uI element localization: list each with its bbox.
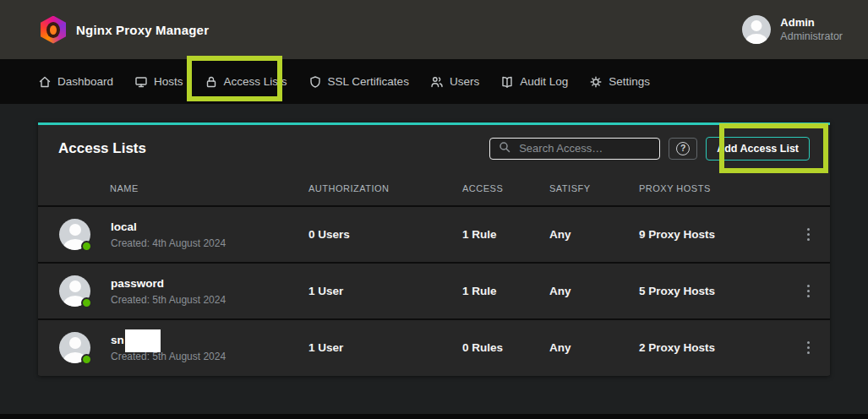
column-header-authorization: AUTHORIZATION — [308, 183, 462, 193]
satisfy-value: Any — [549, 228, 639, 241]
bottom-edge-strip — [0, 414, 868, 419]
satisfy-value: Any — [549, 341, 639, 354]
gear-icon — [589, 75, 603, 89]
monitor-icon — [134, 75, 148, 89]
card-header: Access Lists Add Access List — [38, 125, 830, 171]
authorization-value: 1 User — [308, 341, 462, 354]
book-icon — [500, 75, 514, 89]
table-header-row: NAME AUTHORIZATION ACCESS SATISFY PROXY … — [38, 171, 830, 205]
authorization-value: 1 User — [308, 285, 462, 297]
access-value: 1 Rule — [462, 285, 549, 297]
avatar — [59, 275, 90, 307]
access-list-name: local — [111, 220, 137, 235]
avatar — [59, 332, 90, 363]
shield-icon — [308, 75, 322, 89]
help-icon — [676, 142, 690, 155]
home-icon — [38, 75, 52, 89]
app-header: Nginx Proxy Manager Admin Administrator — [0, 0, 868, 59]
nav-label: Audit Log — [520, 75, 568, 88]
users-icon — [430, 75, 444, 89]
proxy-hosts-value: 5 Proxy Hosts — [639, 285, 786, 297]
user-role: Administrator — [780, 30, 843, 44]
nav-label: Hosts — [154, 75, 183, 88]
app-title: Nginx Proxy Manager — [76, 23, 209, 37]
online-status-dot — [81, 241, 92, 252]
column-header-proxy-hosts: PROXY HOSTS — [639, 183, 786, 193]
online-status-dot — [81, 354, 92, 365]
access-list-name: password — [111, 276, 164, 291]
table-row[interactable]: local Created: 4th August 2024 0 Users 1… — [38, 207, 830, 262]
user-name: Admin — [780, 15, 843, 30]
nginx-proxy-manager-logo-icon — [41, 16, 66, 44]
satisfy-value: Any — [549, 285, 639, 297]
proxy-hosts-value: 9 Proxy Hosts — [639, 228, 786, 241]
search-icon — [498, 140, 511, 157]
created-date: Created: 5th August 2024 — [111, 294, 226, 306]
nav-item-settings[interactable]: Settings — [589, 75, 650, 89]
authorization-value: 0 Users — [308, 228, 462, 241]
created-date: Created: 5th August 2024 — [111, 351, 226, 362]
column-header-name: NAME — [38, 183, 308, 193]
row-actions-kebab-icon[interactable] — [804, 225, 813, 244]
search-input[interactable] — [519, 142, 668, 155]
page-title: Access Lists — [58, 140, 146, 157]
nav-label: Dashboard — [57, 75, 113, 88]
proxy-hosts-value: 2 Proxy Hosts — [639, 341, 786, 354]
online-status-dot — [81, 297, 92, 308]
help-button[interactable] — [669, 138, 697, 160]
search-box — [489, 138, 660, 160]
add-access-list-button[interactable]: Add Access List — [706, 137, 810, 161]
nav-item-audit-log[interactable]: Audit Log — [500, 75, 568, 89]
redaction-box — [125, 329, 161, 352]
column-header-access: ACCESS — [462, 183, 549, 193]
column-header-satisfy: SATISFY — [549, 183, 639, 193]
nav-label: SSL Certificates — [328, 75, 409, 88]
nav-item-users[interactable]: Users — [430, 75, 479, 89]
row-actions-kebab-icon[interactable] — [804, 338, 813, 357]
user-avatar — [742, 15, 771, 44]
access-lists-card: Access Lists Add Access List NAME AUTHOR… — [38, 122, 830, 376]
main-nav: Dashboard Hosts Access Lists SSL Certifi… — [0, 59, 868, 104]
nav-item-dashboard[interactable]: Dashboard — [38, 75, 113, 89]
avatar — [59, 219, 90, 250]
table-row[interactable]: password Created: 5th August 2024 1 User… — [38, 264, 830, 318]
nav-label: Access Lists — [224, 75, 287, 88]
nav-item-ssl-certificates[interactable]: SSL Certificates — [308, 75, 409, 89]
nav-item-hosts[interactable]: Hosts — [134, 75, 183, 89]
user-menu[interactable]: Admin Administrator — [742, 15, 843, 44]
access-value: 0 Rules — [462, 341, 549, 354]
access-list-name: sn — [111, 333, 124, 348]
nav-label: Settings — [609, 75, 650, 88]
lock-icon — [205, 75, 218, 89]
nav-item-access-lists[interactable]: Access Lists — [205, 75, 287, 89]
created-date: Created: 4th August 2024 — [111, 237, 226, 249]
table-row[interactable]: sn Created: 5th August 2024 1 User 0 Rul… — [38, 320, 830, 375]
nav-label: Users — [450, 75, 479, 88]
row-actions-kebab-icon[interactable] — [804, 281, 813, 301]
access-value: 1 Rule — [462, 228, 549, 241]
